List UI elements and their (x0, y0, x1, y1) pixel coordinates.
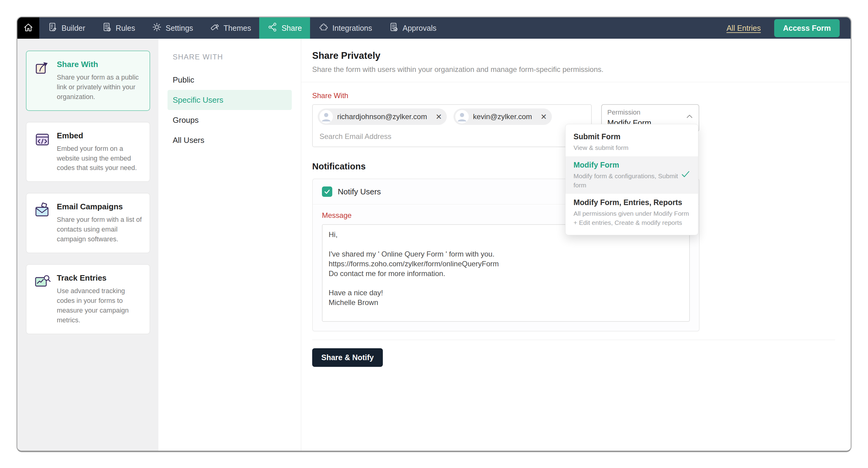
themes-icon (210, 22, 220, 34)
page-subtitle: Share the form with users within your or… (312, 65, 836, 74)
share-with-nav: SHARE WITH Public Specific Users Groups … (158, 39, 301, 450)
share-icon (268, 22, 278, 34)
tab-label: Rules (116, 24, 135, 33)
remove-chip-icon[interactable]: ✕ (540, 112, 547, 121)
nav-tabs: Builder Rules Settings (39, 18, 445, 39)
avatar (455, 110, 469, 123)
rules-icon (102, 22, 112, 34)
tab-label: Themes (223, 24, 251, 33)
card-embed[interactable]: Embed Embed your form on a website using… (26, 122, 150, 182)
card-description: Use advanced tracking codes in your form… (57, 286, 142, 325)
access-form-button[interactable]: Access Form (774, 19, 840, 37)
integrations-icon (318, 22, 329, 34)
nav-item-all-users[interactable]: All Users (158, 130, 301, 150)
card-track-entries[interactable]: Track Entries Use advanced tracking code… (26, 264, 150, 334)
approvals-icon (389, 22, 399, 34)
tab-rules[interactable]: Rules (93, 18, 144, 39)
card-description: Share your form with a list of contacts … (57, 215, 142, 244)
tab-share[interactable]: Share (259, 18, 310, 39)
email-chip: kevin@zylker.com ✕ (454, 109, 552, 125)
tab-integrations[interactable]: Integrations (310, 18, 380, 39)
nav-right: All Entries Access Form (726, 18, 850, 39)
share-privately-panel: Share Privately Share the form with user… (301, 39, 850, 450)
home-icon (23, 22, 34, 34)
settings-icon (152, 22, 162, 34)
option-submit-form[interactable]: Submit Form View & submit form (565, 128, 698, 156)
card-description: Embed your form on a website using the e… (57, 144, 142, 173)
share-sidebar: Share With Share your form as a public l… (18, 39, 158, 450)
card-share-with[interactable]: Share With Share your form as a public l… (26, 51, 150, 111)
permission-label: Permission (607, 109, 693, 116)
selected-check-icon (681, 170, 690, 179)
option-modify-form-entries-reports[interactable]: Modify Form, Entries, Reports All permis… (565, 194, 698, 231)
option-description: All permissions given under Modify Form … (574, 209, 690, 227)
builder-icon (48, 22, 58, 34)
main-header: Share Privately Share the form with user… (301, 39, 850, 82)
notify-users-checkbox[interactable] (322, 186, 332, 197)
option-description: Modify form & configurations, Submit for… (574, 172, 682, 189)
search-email-input[interactable] (319, 132, 472, 141)
tab-builder[interactable]: Builder (39, 18, 93, 39)
share-and-notify-button[interactable]: Share & Notify (312, 348, 383, 367)
tab-label: Approvals (403, 24, 436, 33)
nav-item-groups[interactable]: Groups (158, 110, 301, 130)
option-title: Modify Form (574, 160, 690, 169)
tab-approvals[interactable]: Approvals (380, 18, 445, 39)
email-chip-input[interactable]: richardjohnson@zylker.com ✕ kevin@zylker… (312, 104, 592, 147)
share-with-list: Public Specific Users Groups All Users (158, 70, 301, 150)
chip-email: richardjohnson@zylker.com (337, 112, 427, 121)
tab-label: Share (281, 24, 302, 33)
tab-label: Builder (62, 24, 85, 33)
share-with-icon (34, 60, 51, 102)
app-window: Builder Rules Settings (17, 17, 851, 452)
home-button[interactable] (18, 18, 39, 39)
track-entries-icon (34, 273, 51, 325)
avatar (319, 110, 333, 123)
content-area: Share With Share your form as a public l… (18, 39, 850, 450)
notify-users-label: Notify Users (338, 187, 381, 197)
card-description: Share your form as a public link or priv… (57, 72, 142, 102)
email-chip: richardjohnson@zylker.com ✕ (318, 109, 447, 125)
permission-dropdown-menu: Submit Form View & submit form Modify Fo… (565, 124, 699, 235)
nav-item-specific-users[interactable]: Specific Users (167, 90, 292, 110)
tab-themes[interactable]: Themes (201, 18, 259, 39)
nav-item-public[interactable]: Public (158, 70, 301, 90)
message-textarea[interactable]: Hi, I've shared my ' Online Query Form '… (322, 224, 690, 322)
option-description: View & submit form (574, 143, 690, 152)
chip-email: kevin@zylker.com (473, 112, 532, 121)
card-email-campaigns[interactable]: Email Campaigns Share your form with a l… (26, 193, 150, 253)
option-title: Submit Form (574, 132, 690, 141)
remove-chip-icon[interactable]: ✕ (436, 112, 442, 121)
page-title: Share Privately (312, 50, 836, 61)
embed-icon (34, 131, 51, 173)
tab-label: Integrations (332, 24, 372, 33)
option-title: Modify Form, Entries, Reports (574, 198, 690, 207)
all-entries-link[interactable]: All Entries (726, 24, 761, 33)
option-modify-form[interactable]: Modify Form Modify form & configurations… (565, 156, 698, 194)
tab-label: Settings (166, 24, 193, 33)
chevron-up-icon (686, 114, 693, 120)
tab-settings[interactable]: Settings (144, 18, 201, 39)
card-title: Email Campaigns (57, 202, 142, 211)
email-campaigns-icon (34, 202, 51, 244)
top-nav: Builder Rules Settings (18, 18, 850, 39)
share-with-heading: SHARE WITH (173, 53, 301, 61)
card-title: Share With (57, 60, 142, 69)
card-title: Embed (57, 131, 142, 141)
share-with-label: Share With (312, 91, 835, 100)
email-chips: richardjohnson@zylker.com ✕ kevin@zylker… (318, 109, 586, 125)
card-title: Track Entries (57, 273, 142, 283)
